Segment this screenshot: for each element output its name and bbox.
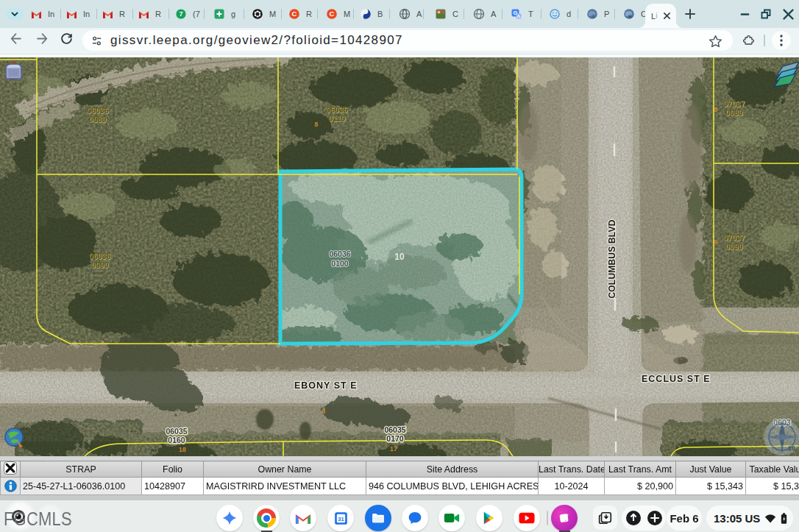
- svg-text:17: 17: [390, 445, 397, 453]
- svg-text:10: 10: [788, 444, 795, 452]
- svg-text:0110: 0110: [329, 114, 346, 123]
- svg-text:ECCLUS ST E: ECCLUS ST E: [642, 374, 711, 384]
- svg-text:C: C: [292, 10, 297, 18]
- svg-text:COLUMBUS BLVD: COLUMBUS BLVD: [607, 219, 617, 298]
- svg-text:31: 31: [338, 516, 344, 522]
- svg-text:07037: 07037: [723, 99, 745, 108]
- svg-text:06035: 06035: [384, 425, 405, 434]
- svg-text:06036: 06036: [326, 105, 347, 114]
- svg-text:06036: 06036: [87, 106, 108, 115]
- svg-text:8: 8: [314, 121, 318, 128]
- svg-text:18: 18: [179, 446, 186, 453]
- svg-text:7: 7: [179, 10, 182, 18]
- svg-text:0160: 0160: [168, 436, 185, 444]
- svg-text:0080: 0080: [89, 115, 107, 124]
- svg-text:06036: 06036: [89, 252, 110, 260]
- svg-text:06035: 06035: [166, 427, 187, 436]
- svg-text:C: C: [330, 10, 335, 18]
- svg-text:9: 9: [322, 408, 325, 415]
- svg-text:0100: 0100: [331, 259, 349, 268]
- svg-text:06036: 06036: [329, 249, 350, 258]
- svg-text:0090: 0090: [725, 242, 743, 251]
- svg-text:0090: 0090: [91, 260, 109, 269]
- svg-text:9: 9: [714, 238, 717, 246]
- svg-text:10: 10: [394, 252, 405, 262]
- svg-text:07037: 07037: [723, 233, 745, 242]
- svg-text:EBONY ST E: EBONY ST E: [294, 380, 357, 391]
- svg-text:0170: 0170: [386, 434, 404, 443]
- svg-text:0080: 0080: [725, 108, 743, 117]
- svg-text:8: 8: [714, 106, 717, 113]
